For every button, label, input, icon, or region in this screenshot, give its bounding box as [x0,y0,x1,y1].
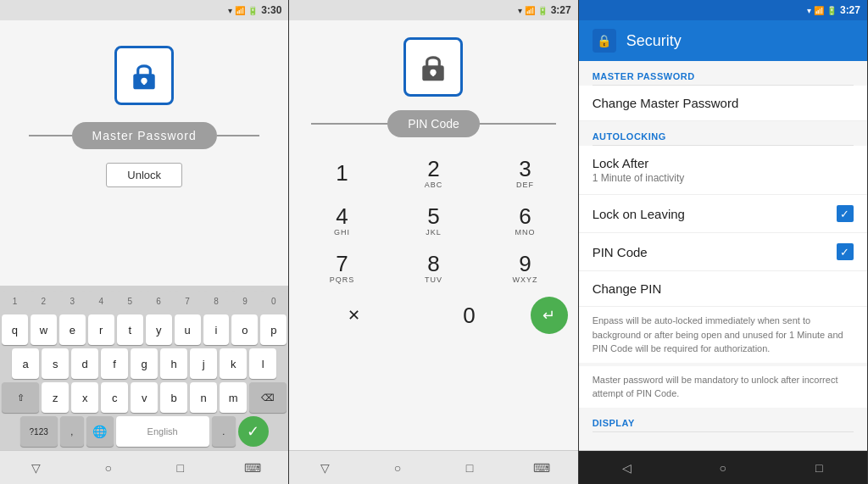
lock-after-item[interactable]: Lock After 1 Minute of inactivity [579,146,867,195]
key-y[interactable]: y [146,314,172,345]
key-n[interactable]: n [190,382,217,413]
change-master-password-text: Change Master Password [593,96,739,110]
change-master-password-item[interactable]: Change Master Password [579,86,867,121]
svg-rect-2 [143,81,146,85]
keyboard-button-2[interactable]: ⌨ [529,455,554,481]
key-3[interactable]: 3 [59,291,86,311]
key-1[interactable]: 1 [2,291,28,311]
key-w[interactable]: w [31,314,57,345]
key-g[interactable]: g [131,348,158,379]
key-0[interactable]: 0 [260,291,287,311]
period-key[interactable]: . [212,416,236,447]
recent-button-2[interactable]: □ [457,455,482,481]
key-2[interactable]: 2 [31,291,57,311]
numpad-key-9[interactable]: 9 WXYZ [483,246,568,290]
unlock-button[interactable]: Unlock [106,163,182,187]
numpad-key-0[interactable]: 0 [415,293,524,337]
key-r[interactable]: r [88,314,114,345]
numpad-row4: ✕ 0 ↵ [299,293,567,337]
home-button-3[interactable]: ○ [710,455,736,481]
key-e[interactable]: e [59,314,86,345]
numpad-key-7[interactable]: 7 PQRS [299,246,384,290]
numpad-key-2[interactable]: 2 ABC [391,151,476,195]
change-pin-item[interactable]: Change PIN [579,271,867,307]
backspace-key[interactable]: ⌫ [249,382,287,413]
numpad-key-8[interactable]: 8 TUV [391,246,476,290]
screen-content-2: PIN Code 1 2 ABC 3 DEF [289,20,577,450]
key-s[interactable]: s [42,348,69,379]
numpad-key-3[interactable]: 3 DEF [483,151,568,195]
key-t[interactable]: t [117,314,143,345]
numpad-row3: 7 PQRS 8 TUV 9 WXYZ [299,246,567,290]
keyboard-row3: ⇧ z x c v b n m ⌫ [2,382,287,413]
pin-code-item[interactable]: PIN Code ✓ [579,233,867,271]
comma-key[interactable]: , [60,416,84,447]
key-b[interactable]: b [160,382,187,413]
key-d[interactable]: d [71,348,98,379]
key-j[interactable]: j [190,348,217,379]
spacebar[interactable]: English [116,416,209,447]
lock-on-leaving-checkbox[interactable]: ✓ [837,205,854,222]
lock-icon-2 [416,50,450,84]
key-9[interactable]: 9 [231,291,258,311]
key-u[interactable]: u [175,314,201,345]
key-q[interactable]: q [2,314,28,345]
key-p[interactable]: p [260,314,287,345]
key-c[interactable]: c [101,382,128,413]
lock-after-subtitle: 1 Minute of inactivity [593,172,685,184]
numpad-7-main: 7 [336,253,348,275]
recent-button-3[interactable]: □ [806,455,832,481]
pin-screen: PIN Code 1 2 ABC 3 DEF [289,20,577,450]
battery-icon: 🔋 [248,6,258,15]
key-5[interactable]: 5 [117,291,143,311]
numpad-enter-key[interactable]: ↵ [531,297,568,334]
enter-icon: ↵ [542,306,555,325]
wifi-icon-2: ▾ [518,6,522,15]
pin-code-checkbox[interactable]: ✓ [837,243,854,260]
recent-button-1[interactable]: □ [168,455,193,481]
key-7[interactable]: 7 [175,291,201,311]
key-h[interactable]: h [160,348,187,379]
home-button-1[interactable]: ○ [96,455,121,481]
numpad-key-5[interactable]: 5 JKL [391,198,476,242]
key-v[interactable]: v [131,382,158,413]
keyboard-button-1[interactable]: ⌨ [240,455,265,481]
lock-icon [127,58,161,92]
lock-on-leaving-item[interactable]: Lock on Leaving ✓ [579,195,867,233]
info-text-2: Master password will be mandatory to unl… [579,366,867,408]
lock-on-leaving-text: Lock on Leaving [593,207,685,221]
numpad-backspace-key[interactable]: ✕ [299,293,408,337]
keyboard-row1: q w e r t y u i o p [2,314,287,345]
key-x[interactable]: x [71,382,98,413]
key-i[interactable]: i [203,314,230,345]
back-button-3[interactable]: ◁ [614,455,639,481]
key-f[interactable]: f [101,348,128,379]
key-o[interactable]: o [231,314,258,345]
numpad-key-4[interactable]: 4 GHI [299,198,384,242]
key-z[interactable]: z [42,382,69,413]
enter-key[interactable]: ✓ [238,416,269,447]
shift-key[interactable]: ⇧ [2,382,39,413]
key-6[interactable]: 6 [146,291,172,311]
time-display-1: 3:30 [261,4,281,16]
pin-pill[interactable]: PIN Code [387,110,480,137]
home-button-2[interactable]: ○ [385,455,410,481]
key-k[interactable]: k [220,348,247,379]
key-4[interactable]: 4 [88,291,114,311]
key-a[interactable]: a [12,348,39,379]
numpad-key-6[interactable]: 6 MNO [483,198,568,242]
key-8[interactable]: 8 [203,291,230,311]
num-key[interactable]: ?123 [20,416,58,447]
keyboard-row2: a s d f g h j k l [2,348,287,379]
password-input-row: Master Password [29,122,259,149]
display-header: DISPLAY [579,408,867,431]
numpad-key-1[interactable]: 1 [299,151,384,195]
password-pill[interactable]: Master Password [72,122,217,149]
key-m[interactable]: m [220,382,247,413]
key-l[interactable]: l [249,348,276,379]
globe-icon[interactable]: 🌐 [86,416,114,447]
back-button-1[interactable]: ▽ [24,455,49,481]
numpad-4-main: 4 [336,205,348,227]
back-button-2[interactable]: ▽ [313,455,338,481]
signal-icon: 📶 [235,6,245,15]
